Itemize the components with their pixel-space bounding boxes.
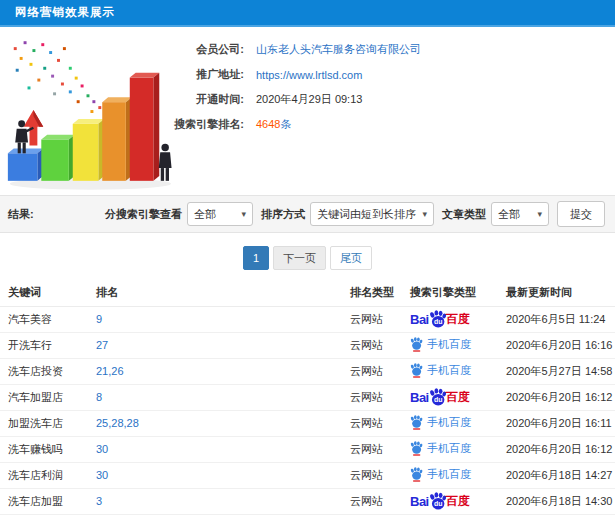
keyword-cell: 洗车店投资	[0, 358, 88, 384]
rank-cell: 21,26	[88, 358, 342, 384]
baidu-bai-text: Bai	[410, 391, 429, 404]
rank-count-unit[interactable]: 条	[280, 118, 291, 130]
rank-count-number: 4648	[256, 118, 280, 130]
table-row: 洗车店投资21,26云网站 手机百度2020年5月27日 14:58	[0, 358, 615, 384]
table-row: 洗车赚钱吗30云网站 手机百度2020年6月20日 16:12	[0, 436, 615, 462]
engine-cell: 手机百度	[402, 358, 498, 384]
update-time-cell: 2020年6月18日 14:30	[498, 488, 615, 514]
table-row: 洗车店利润30云网站 手机百度2020年6月18日 14:27	[0, 462, 615, 488]
rank-type-cell: 云网站	[342, 462, 402, 488]
update-time-cell: 2020年5月27日 14:58	[498, 358, 615, 384]
baidu-pc-logo: Bai du 百度	[410, 388, 470, 406]
last-page-button[interactable]: 尾页	[330, 246, 372, 270]
engine-filter-select[interactable]: 全部 ▾	[187, 202, 253, 226]
field-promo-url: 推广地址: https://www.lrtlsd.com	[168, 62, 598, 87]
field-engine-rank-count: 搜索引擎排名: 4648条	[168, 112, 598, 137]
engine-cell: 手机百度	[402, 436, 498, 462]
update-time-cell: 2020年6月18日 14:27	[498, 462, 615, 488]
dropdown-caret-icon: ▾	[537, 209, 542, 219]
baidu-bai-text: Bai	[410, 495, 429, 508]
page-title: 网络营销效果展示	[15, 5, 115, 20]
rank-cell: 25,28,28	[88, 410, 342, 436]
baidu-mobile-label: 手机百度	[427, 443, 471, 454]
sort-selected-value: 关键词由短到长排序	[317, 207, 416, 222]
results-table: 关键词 排名 排名类型 搜索引擎类型 最新更新时间 汽车美容9云网站Bai du…	[0, 280, 615, 515]
rank-type-cell: 云网站	[342, 306, 402, 332]
svg-text:du: du	[434, 500, 442, 507]
baidu-pc-logo: Bai du 百度	[410, 492, 470, 510]
engine-filter-selected-value: 全部	[194, 207, 216, 222]
member-company-link[interactable]: 山东老人头汽车服务咨询有限公司	[256, 42, 421, 57]
baidu-mobile-label: 手机百度	[427, 417, 471, 428]
open-time-value: 2020年4月29日 09:13	[256, 92, 362, 107]
table-row: 加盟洗车店25,28,28云网站 手机百度2020年6月20日 16:11	[0, 410, 615, 436]
baidu-paw-icon: du	[429, 310, 447, 328]
keyword-cell: 洗车赚钱吗	[0, 436, 88, 462]
baidu-mobile-logo: 手机百度	[410, 363, 471, 378]
svg-text:du: du	[434, 318, 442, 325]
baidu-paw-icon	[410, 467, 423, 482]
engine-cell: Bai du 百度	[402, 488, 498, 514]
engine-rank-label: 搜索引擎排名:	[168, 117, 244, 132]
rank-type-cell: 云网站	[342, 488, 402, 514]
engine-cell: 手机百度	[402, 410, 498, 436]
update-time-cell: 2020年6月5日 11:24	[498, 306, 615, 332]
baidu-hanzi-text: 百度	[446, 495, 470, 507]
baidu-bai-text: Bai	[410, 313, 429, 326]
keyword-cell: 洗车店利润	[0, 462, 88, 488]
rank-type-cell: 云网站	[342, 332, 402, 358]
baidu-mobile-label: 手机百度	[427, 365, 471, 376]
page-1-button[interactable]: 1	[243, 246, 269, 270]
account-fields: 会员公司: 山东老人头汽车服务咨询有限公司 推广地址: https://www.…	[168, 37, 598, 137]
baidu-mobile-logo: 手机百度	[410, 467, 471, 482]
update-time-cell: 2020年6月20日 16:12	[498, 384, 615, 410]
next-page-button[interactable]: 下一页	[273, 246, 326, 270]
field-member-company: 会员公司: 山东老人头汽车服务咨询有限公司	[168, 37, 598, 62]
open-time-label: 开通时间:	[168, 92, 244, 107]
baidu-paw-icon: du	[429, 492, 447, 510]
field-open-time: 开通时间: 2020年4月29日 09:13	[168, 87, 598, 112]
article-type-label: 文章类型	[442, 207, 486, 222]
col-rank-type: 排名类型	[342, 280, 402, 306]
results-table-body: 汽车美容9云网站Bai du 百度2020年6月5日 11:24开洗车行27云网…	[0, 306, 615, 514]
pagination: 1 下一页 尾页	[0, 246, 615, 270]
engine-cell: 手机百度	[402, 332, 498, 358]
baidu-mobile-label: 手机百度	[427, 339, 471, 350]
engine-cell: Bai du 百度	[402, 306, 498, 332]
svg-text:du: du	[434, 396, 442, 403]
submit-button[interactable]: 提交	[557, 201, 605, 227]
sort-label: 排序方式	[261, 207, 305, 222]
member-company-label: 会员公司:	[168, 42, 244, 57]
engine-cell: 手机百度	[402, 462, 498, 488]
table-row: 汽车加盟店8云网站Bai du 百度2020年6月20日 16:12	[0, 384, 615, 410]
baidu-mobile-logo: 手机百度	[410, 441, 471, 456]
rank-type-cell: 云网站	[342, 436, 402, 462]
table-row: 汽车美容9云网站Bai du 百度2020年6月5日 11:24	[0, 306, 615, 332]
result-label: 结果:	[8, 207, 34, 222]
results-table-wrap: 关键词 排名 排名类型 搜索引擎类型 最新更新时间 汽车美容9云网站Bai du…	[0, 280, 615, 515]
engine-filter-label: 分搜索引擎查看	[105, 207, 182, 222]
bar-yellow	[73, 119, 104, 181]
baidu-mobile-logo: 手机百度	[410, 415, 471, 430]
article-type-select[interactable]: 全部 ▾	[491, 202, 549, 226]
baidu-hanzi-text: 百度	[446, 391, 470, 403]
promo-url-label: 推广地址:	[168, 67, 244, 82]
col-keyword: 关键词	[0, 280, 88, 306]
table-row: 洗车店加盟3云网站Bai du 百度2020年6月18日 14:30	[0, 488, 615, 514]
baidu-paw-icon	[410, 337, 423, 352]
table-row: 开洗车行27云网站 手机百度2020年6月20日 16:16	[0, 332, 615, 358]
rank-type-cell: 云网站	[342, 410, 402, 436]
baidu-mobile-label: 手机百度	[427, 469, 471, 480]
update-time-cell: 2020年6月20日 16:11	[498, 410, 615, 436]
promo-url-link[interactable]: https://www.lrtlsd.com	[256, 69, 362, 81]
bar-red	[130, 73, 159, 181]
baidu-paw-icon: du	[429, 388, 447, 406]
rank-cell: 3	[88, 488, 342, 514]
col-update-time: 最新更新时间	[498, 280, 615, 306]
rank-type-cell: 云网站	[342, 358, 402, 384]
sort-select[interactable]: 关键词由短到长排序 ▾	[310, 202, 434, 226]
col-engine-type: 搜索引擎类型	[402, 280, 498, 306]
baidu-hanzi-text: 百度	[446, 313, 470, 325]
baidu-paw-icon	[410, 363, 423, 378]
col-rank: 排名	[88, 280, 342, 306]
